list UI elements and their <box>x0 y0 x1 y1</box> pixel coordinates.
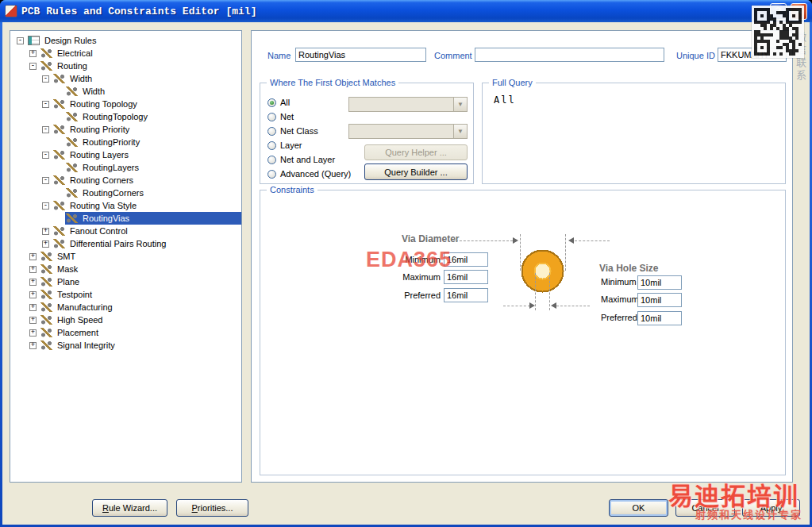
tree-item-testpoint[interactable]: +Testpoint <box>10 288 241 301</box>
dimension-line <box>575 240 610 241</box>
chevron-down-icon: ▼ <box>453 98 467 111</box>
app-icon <box>5 5 17 17</box>
window-title: PCB Rules and Constraints Editor [mil] <box>21 6 766 17</box>
radio-net-and-layer[interactable]: Net and Layer <box>267 152 351 167</box>
radio-icon[interactable] <box>267 170 276 179</box>
radio-icon[interactable] <box>267 141 276 150</box>
tree-item-routingcorners[interactable]: RoutingCorners <box>10 187 241 199</box>
tree-item-routing-via-style[interactable]: -Routing Via Style <box>10 199 241 212</box>
tree-item-routingvias[interactable]: RoutingVias <box>10 212 241 225</box>
name-input[interactable] <box>295 48 426 62</box>
expand-plus-icon[interactable]: + <box>29 304 37 311</box>
tree-item-routingpriority[interactable]: RoutingPriority <box>10 136 241 148</box>
radio-layer[interactable]: Layer <box>267 138 351 152</box>
collapse-minus-icon[interactable]: - <box>42 152 49 159</box>
chevron-down-icon: ▼ <box>453 125 467 138</box>
routing-icon <box>40 61 52 71</box>
collapse-minus-icon[interactable]: - <box>17 37 24 44</box>
dimension-line <box>503 306 530 306</box>
tree-item-routing-corners[interactable]: -Routing Corners <box>10 174 241 187</box>
expand-plus-icon[interactable]: + <box>29 291 37 298</box>
expand-plus-icon[interactable]: + <box>29 342 37 349</box>
tree-item-smt[interactable]: +SMT <box>10 250 241 263</box>
comment-input[interactable] <box>475 48 664 62</box>
radio-label: Net and Layer <box>280 155 335 164</box>
rule-editor: Name Comment Unique ID Where The First O… <box>251 30 793 483</box>
qr-code-watermark <box>752 6 804 58</box>
testpoint-icon <box>40 290 52 299</box>
collapse-minus-icon[interactable]: - <box>29 63 37 70</box>
dimension-line <box>456 240 513 241</box>
tree-item-placement[interactable]: +Placement <box>10 326 241 339</box>
rules-tree[interactable]: -Design Rules+Electrical-Routing-WidthWi… <box>10 30 242 483</box>
ok-label: OK <box>633 503 645 513</box>
tree-item-label: Width <box>67 74 94 83</box>
tree-item-electrical[interactable]: +Electrical <box>10 47 241 60</box>
tree-item-width[interactable]: -Width <box>10 72 241 85</box>
expand-plus-icon[interactable]: + <box>29 329 37 337</box>
radio-all[interactable]: All <box>267 95 351 110</box>
tree-item-high-speed[interactable]: +High Speed <box>10 314 241 326</box>
radio-net-class[interactable]: Net Class <box>267 124 351 138</box>
placement-icon <box>40 328 52 337</box>
ok-button[interactable]: OK <box>609 499 668 517</box>
tree-item-width[interactable]: Width <box>10 85 241 98</box>
expand-plus-icon[interactable]: + <box>42 228 49 235</box>
tree-item-routing-topology[interactable]: -Routing Topology <box>10 98 241 110</box>
priorities-button[interactable]: Priorities... <box>176 499 248 517</box>
expand-plus-icon[interactable]: + <box>29 253 37 260</box>
priorities-label: Priorities... <box>192 503 233 513</box>
collapse-minus-icon[interactable]: - <box>42 75 49 83</box>
radio-advanced-query-[interactable]: Advanced (Query) <box>267 167 351 181</box>
collapse-minus-icon[interactable]: - <box>42 177 49 184</box>
dimension-line <box>549 273 550 310</box>
radio-net[interactable]: Net <box>267 110 351 124</box>
radio-selected-icon[interactable] <box>267 98 276 107</box>
expand-plus-icon[interactable]: + <box>29 50 37 57</box>
tree-item-manufacturing[interactable]: +Manufacturing <box>10 301 241 314</box>
radio-icon[interactable] <box>267 156 276 164</box>
tree-item-routingtopology[interactable]: RoutingTopology <box>10 110 241 123</box>
tree-item-label: Routing Priority <box>67 125 132 134</box>
rule-wizard-button[interactable]: Rule Wizard... <box>92 499 167 517</box>
via-hole-size-label: Via Hole Size <box>599 263 658 274</box>
tree-item-routing-layers[interactable]: -Routing Layers <box>10 148 241 161</box>
titlebar[interactable]: PCB Rules and Constraints Editor [mil] ?… <box>0 0 812 22</box>
electrical-icon <box>40 48 52 58</box>
tree-item-routinglayers[interactable]: RoutingLayers <box>10 161 241 174</box>
via-hole-preferred-input[interactable] <box>637 311 682 325</box>
layers-rule-icon <box>53 150 65 160</box>
radio-icon[interactable] <box>267 127 276 136</box>
collapse-minus-icon[interactable]: - <box>42 126 49 133</box>
tree-item-design-rules[interactable]: -Design Rules <box>10 34 241 47</box>
radio-icon[interactable] <box>267 113 276 121</box>
tree-item-differential-pairs-routing[interactable]: +Differential Pairs Routing <box>10 237 241 250</box>
tree-item-label: Plane <box>55 277 82 287</box>
via-diameter-preferred-input[interactable] <box>444 288 488 302</box>
dimension-line <box>535 273 536 310</box>
tree-item-fanout-control[interactable]: +Fanout Control <box>10 225 241 237</box>
collapse-minus-icon[interactable]: - <box>42 101 49 108</box>
tree-item-label: Design Rules <box>42 36 98 45</box>
rule-leaf-icon <box>66 87 78 96</box>
expand-plus-icon[interactable]: + <box>42 240 49 248</box>
query-builder-button[interactable]: Query Builder ... <box>364 163 468 180</box>
expand-plus-icon[interactable]: + <box>29 317 37 324</box>
expand-plus-icon[interactable]: + <box>29 279 37 286</box>
tree-item-plane[interactable]: +Plane <box>10 275 241 288</box>
tree-item-routing[interactable]: -Routing <box>10 60 241 72</box>
signal-integrity-icon <box>40 340 52 350</box>
expand-plus-icon[interactable]: + <box>29 266 37 273</box>
tree-item-label: Differential Pairs Routing <box>67 239 168 248</box>
tree-item-label: Electrical <box>55 48 95 58</box>
radio-label: All <box>280 98 290 107</box>
tree-item-mask[interactable]: +Mask <box>10 263 241 275</box>
tree-item-routing-priority[interactable]: -Routing Priority <box>10 123 241 136</box>
smt-icon <box>40 252 52 261</box>
tree-item-signal-integrity[interactable]: +Signal Integrity <box>10 339 241 352</box>
collapse-minus-icon[interactable]: - <box>42 202 49 210</box>
via-hole-maximum-input[interactable] <box>637 293 682 307</box>
via-hole-minimum-input[interactable] <box>637 275 682 290</box>
tree-item-label: Fanout Control <box>67 226 130 236</box>
net-class-combo: ▼ <box>348 124 468 139</box>
